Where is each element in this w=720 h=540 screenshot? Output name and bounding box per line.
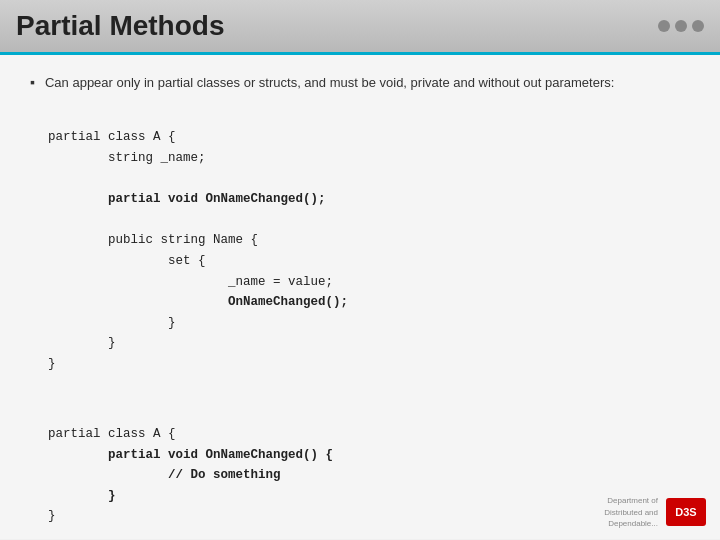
page-title: Partial Methods (16, 10, 224, 42)
header-dots (658, 20, 704, 32)
code-bold: partial void OnNameChanged(); (108, 192, 326, 206)
dot-2 (675, 20, 687, 32)
code-line: public string Name { (48, 233, 258, 247)
d3s-logo: D3S (666, 498, 706, 526)
bullet-icon: ▪ (30, 74, 35, 90)
code-line: partial class A { (48, 130, 176, 144)
branding: Department of Distributed and Dependable… (604, 495, 706, 529)
header: Partial Methods (0, 0, 720, 55)
code-line: } (48, 509, 56, 523)
code-bold-partial-method: partial void OnNameChanged() { (108, 448, 333, 462)
code-line: partial void OnNameChanged(); (48, 192, 326, 206)
dot-3 (692, 20, 704, 32)
code-line: string _name; (48, 151, 206, 165)
branding-line2: Distributed and (604, 508, 658, 517)
bullet-text: Can appear only in partial classes or st… (45, 73, 614, 93)
code-line: partial void OnNameChanged() { (48, 448, 333, 462)
bullet-row: ▪ Can appear only in partial classes or … (30, 73, 690, 93)
branding-line1: Department of (607, 496, 658, 505)
code-block-1: partial class A { string _name; partial … (48, 107, 690, 396)
code-line: } (48, 489, 116, 503)
code-line: // Do something (48, 468, 281, 482)
main-content: ▪ Can appear only in partial classes or … (0, 55, 720, 539)
code-line: partial class A { (48, 427, 176, 441)
code-line: OnNameChanged(); (48, 295, 348, 309)
code-block-2: partial class A { partial void OnNameCha… (48, 403, 690, 540)
code-bold-close: } (108, 489, 116, 503)
code-line: } (48, 357, 56, 371)
dot-1 (658, 20, 670, 32)
code-bold-comment: // Do something (168, 468, 281, 482)
branding-text: Department of Distributed and Dependable… (604, 495, 658, 529)
code-bold-oncall: OnNameChanged(); (228, 295, 348, 309)
code-line: } (48, 336, 116, 350)
code-line: _name = value; (48, 275, 333, 289)
code-line: set { (48, 254, 206, 268)
code-line: } (48, 316, 176, 330)
branding-line3: Dependable... (608, 519, 658, 528)
